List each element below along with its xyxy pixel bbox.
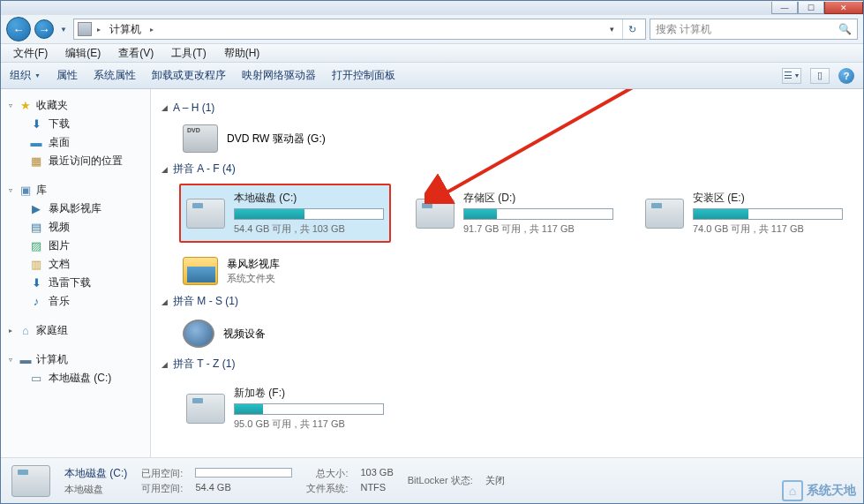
details-bitlocker-val: 关闭 [485,474,505,487]
help-button[interactable]: ? [838,68,854,84]
sidebar-docs[interactable]: ▥文档 [6,255,150,274]
sidebar-drive-c[interactable]: ▭本地磁盘 (C:) [6,369,150,387]
tb-properties[interactable]: 属性 [56,68,78,83]
usage-bar [234,208,384,220]
details-free-val: 54.4 GB [195,482,292,495]
details-total-val: 103 GB [360,467,393,480]
chevron-right-icon[interactable]: ▸ [95,26,102,34]
chevron-right-icon[interactable]: ▸ [148,26,155,34]
download-icon: ⬇ [29,117,43,132]
refresh-button[interactable]: ↻ [622,19,642,39]
folder-icon [183,257,218,285]
close-button[interactable]: ✕ [824,2,863,14]
chevron-down-icon[interactable]: ▿ [6,102,15,109]
search-icon[interactable]: 🔍 [838,23,852,35]
chevron-down-icon[interactable]: ▿ [6,186,15,194]
details-fs-val: NTFS [360,482,393,495]
sidebar: ▿ ★ 收藏夹 ⬇下载 ▬桌面 ▦最近访问的位置 ▿ ▣ 库 ▶暴风影视库 ▤视… [1,89,151,457]
tb-uninstall[interactable]: 卸载或更改程序 [152,68,226,83]
sidebar-recent[interactable]: ▦最近访问的位置 [6,152,150,170]
tb-system-properties[interactable]: 系统属性 [94,68,136,83]
menu-help[interactable]: 帮助(H) [219,44,266,63]
usage-bar [195,468,292,478]
group-pinyin-af[interactable]: ◢拼音 A - F (4) [162,162,853,177]
library-icon: ▣ [19,184,33,198]
drive-icon [645,199,684,229]
details-type: 本地磁盘 [64,483,127,496]
search-input[interactable]: 搜索 计算机 🔍 [650,19,858,40]
computer-icon [78,22,92,36]
address-bar: ← → ▼ ▸ 计算机 ▸ ▾ ↻ 搜索 计算机 🔍 [1,15,863,43]
sidebar-xunlei[interactable]: ⬇迅雷下载 [6,274,150,292]
details-used-label: 已用空间: [141,467,183,480]
usage-bar [234,403,384,415]
menu-bar: 文件(F) 编辑(E) 查看(V) 工具(T) 帮助(H) [1,43,863,63]
group-pinyin-ms[interactable]: ◢拼音 M - S (1) [162,294,853,309]
menu-file[interactable]: 文件(F) [8,44,53,63]
item-drive-e[interactable]: 安装区 (E:) 74.0 GB 可用 , 共 117 GB [638,184,850,243]
sidebar-libraries[interactable]: ▿ ▣ 库 [6,181,150,199]
menu-view[interactable]: 查看(V) [113,44,159,63]
titlebar: — ☐ ✕ [1,1,863,15]
usage-bar [463,208,613,220]
chevron-down-icon: ◢ [162,297,168,306]
details-total-label: 总大小: [306,467,348,480]
group-pinyin-tz[interactable]: ◢拼音 T - Z (1) [162,357,853,372]
music-icon: ♪ [29,295,43,309]
preview-pane-button[interactable]: ▯ [810,68,830,84]
document-icon: ▥ [29,258,43,272]
address-box[interactable]: ▸ 计算机 ▸ ▾ ↻ [73,19,646,40]
chevron-down-icon[interactable]: ▿ [6,356,15,364]
desktop-icon: ▬ [29,136,43,150]
content-pane[interactable]: ◢A – H (1) DVD RW 驱动器 (G:) ◢拼音 A - F (4)… [151,89,863,457]
sidebar-favorites[interactable]: ▿ ★ 收藏夹 [6,96,150,115]
item-baofeng-folder[interactable]: 暴风影视库 系统文件夹 [179,253,283,289]
sidebar-downloads[interactable]: ⬇下载 [6,115,150,133]
drive-icon [11,465,50,497]
details-fs-label: 文件系统: [306,482,348,495]
homegroup-icon: ⌂ [19,324,33,338]
address-drop-icon[interactable]: ▾ [605,25,619,34]
item-drive-f[interactable]: 新加卷 (F:) 95.0 GB 可用 , 共 117 GB [179,379,391,438]
sidebar-pictures[interactable]: ▨图片 [6,237,150,255]
maximize-button[interactable]: ☐ [798,2,824,14]
breadcrumb-computer[interactable]: 计算机 [106,22,145,37]
sidebar-desktop[interactable]: ▬桌面 [6,133,150,152]
menu-edit[interactable]: 编辑(E) [60,44,106,63]
sidebar-homegroup[interactable]: ▸ ⌂ 家庭组 [6,321,150,340]
chevron-down-icon: ◢ [162,360,168,369]
toolbar: 组织▼ 属性 系统属性 卸载或更改程序 映射网络驱动器 打开控制面板 ☰▼ ▯ … [1,63,863,89]
menu-tools[interactable]: 工具(T) [166,44,211,63]
item-drive-c[interactable]: 本地磁盘 (C:) 54.4 GB 可用 , 共 103 GB [179,184,391,243]
nav-forward-button[interactable]: → [34,19,54,39]
item-video-device[interactable]: 视频设备 [179,316,269,351]
details-title: 本地磁盘 (C:) [64,466,127,481]
explorer-window: — ☐ ✕ ← → ▼ ▸ 计算机 ▸ ▾ ↻ 搜索 计算机 🔍 文件(F) 编… [0,0,864,504]
watermark: ⌂ 系统天地 [782,480,856,501]
group-a-h[interactable]: ◢A – H (1) [162,102,853,114]
chevron-right-icon[interactable]: ▸ [6,327,15,335]
picture-icon: ▨ [29,239,43,253]
tb-map-drive[interactable]: 映射网络驱动器 [242,68,316,83]
sidebar-baofeng[interactable]: ▶暴风影视库 [6,199,150,218]
item-drive-d[interactable]: 存储区 (D:) 91.7 GB 可用 , 共 117 GB [409,184,620,243]
recent-icon: ▦ [29,154,43,169]
sidebar-music[interactable]: ♪音乐 [6,292,150,311]
nav-back-button[interactable]: ← [6,17,31,41]
star-icon: ★ [19,99,33,113]
chevron-down-icon: ◢ [162,103,168,112]
video-icon: ▶ [29,202,43,216]
item-dvd-drive[interactable]: DVD RW 驱动器 (G:) [179,121,329,156]
sidebar-video[interactable]: ▤视频 [6,218,150,237]
watermark-icon: ⌂ [782,480,803,501]
tb-control-panel[interactable]: 打开控制面板 [332,68,395,83]
tb-organize[interactable]: 组织▼ [10,68,41,83]
nav-history-drop[interactable]: ▼ [57,19,70,39]
minimize-button[interactable]: — [771,2,798,14]
computer-icon: ▬ [19,353,33,367]
view-mode-button[interactable]: ☰▼ [782,68,801,84]
details-bitlocker-label: BitLocker 状态: [408,474,473,487]
drive-icon [416,199,455,229]
drive-icon: ▭ [29,372,43,386]
sidebar-computer[interactable]: ▿ ▬ 计算机 [6,350,150,369]
